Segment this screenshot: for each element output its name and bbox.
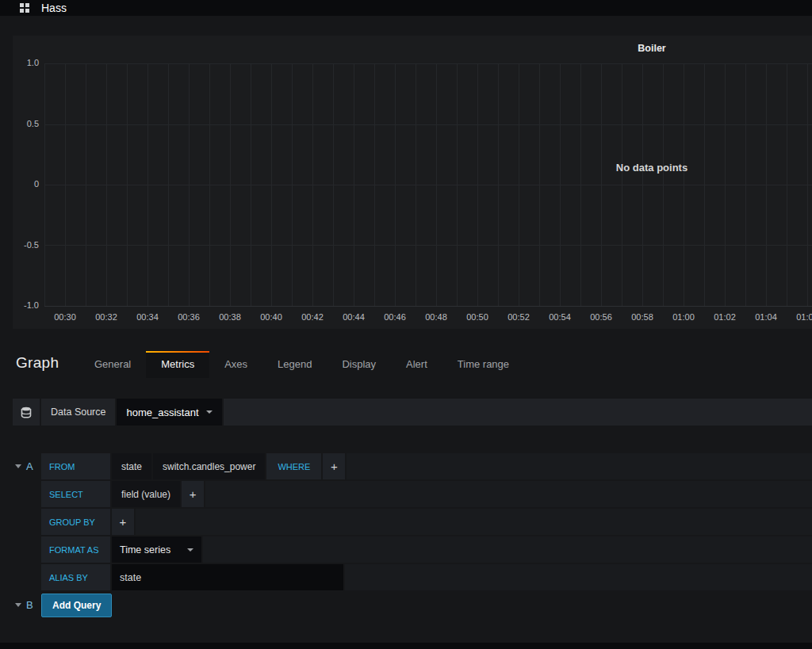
keyword-group-by: GROUP BY <box>41 509 110 535</box>
x-tick-label: 01:04 <box>749 312 783 322</box>
query-ref-column: B <box>13 599 41 611</box>
row-filler <box>347 453 812 479</box>
query-row: ALIAS BY <box>13 564 812 590</box>
query-editor: AFROMstateswitch.candles_powerWHERE+SELE… <box>13 453 812 620</box>
keyword-select: SELECT <box>41 481 110 507</box>
collapse-caret-icon[interactable] <box>15 464 21 468</box>
chevron-down-icon <box>206 410 213 414</box>
y-tick-label: -0.5 <box>13 240 39 250</box>
no-data-label: No data points <box>616 162 688 174</box>
add-part-button[interactable]: + <box>182 481 204 507</box>
keyword-alias-by: ALIAS BY <box>41 564 110 590</box>
time-series-select[interactable]: Time series <box>112 536 201 563</box>
x-tick-label: 00:46 <box>377 312 412 322</box>
query-ref-column: A <box>13 453 41 479</box>
x-tick-label: 00:30 <box>48 312 82 322</box>
x-tick-label: 00:56 <box>584 312 619 322</box>
tab-time-range[interactable]: Time range <box>442 351 524 378</box>
editor-header: Graph GeneralMetricsAxesLegendDisplayAle… <box>0 351 812 378</box>
row-filler <box>205 481 812 507</box>
y-tick-label: 0.5 <box>13 119 39 128</box>
graph-panel: Boiler No data points 1.00.50-0.5-1.000:… <box>13 36 812 329</box>
query-ref-column <box>13 564 41 590</box>
row-filler <box>203 536 812 563</box>
y-tick-label: -1.0 <box>13 300 39 310</box>
query-part-field-value[interactable]: field (value) <box>112 481 180 507</box>
x-tick-label: 01:00 <box>666 312 701 322</box>
tab-axes[interactable]: Axes <box>209 351 262 378</box>
row-filler <box>136 509 812 535</box>
x-tick-label: 00:48 <box>419 312 454 322</box>
query-ref-column <box>13 536 41 563</box>
datasource-value: home_assistant <box>126 407 198 418</box>
datasource-label: Data Source <box>41 399 115 426</box>
x-tick-label: 00:42 <box>295 312 330 322</box>
datasource-row: Data Source home_assistant <box>13 399 812 426</box>
select-value: Time series <box>120 544 170 555</box>
row-filler <box>345 564 812 590</box>
chevron-down-icon <box>187 548 193 552</box>
tab-general[interactable]: General <box>79 351 146 378</box>
query-row: GROUP BY+ <box>13 509 812 535</box>
top-navbar: Hass <box>0 0 812 16</box>
apps-grid-icon[interactable] <box>20 3 29 13</box>
query-ref-column <box>13 509 41 535</box>
editor-tabs: GeneralMetricsAxesLegendDisplayAlertTime… <box>79 351 524 378</box>
x-tick-label: 01:06 <box>790 312 812 322</box>
add-query-button[interactable]: Add Query <box>41 594 112 617</box>
x-tick-label: 00:40 <box>254 312 289 322</box>
x-tick-label: 00:58 <box>625 312 660 322</box>
keyword-where: WHERE <box>266 453 321 479</box>
tab-alert[interactable]: Alert <box>391 351 442 378</box>
tab-metrics[interactable]: Metrics <box>146 351 209 378</box>
bottom-divider <box>0 643 812 649</box>
x-tick-label: 00:54 <box>542 312 577 322</box>
plot-area <box>44 63 812 307</box>
query-row: BAdd Query <box>13 592 812 618</box>
panel-title[interactable]: Boiler <box>13 43 812 54</box>
query-ref-letter: A <box>26 460 33 472</box>
database-icon <box>21 407 32 418</box>
query-row: SELECTfield (value)+ <box>13 481 812 507</box>
query-ref-column <box>13 481 41 507</box>
query-ref-letter: B <box>26 599 33 611</box>
row-filler <box>224 399 812 426</box>
x-tick-label: 00:38 <box>213 312 247 322</box>
x-tick-label: 00:34 <box>130 312 165 322</box>
x-tick-label: 00:50 <box>460 312 495 322</box>
panel-type-title: Graph <box>16 354 59 372</box>
y-tick-label: 0 <box>13 179 39 189</box>
datasource-icon-cell <box>13 399 40 426</box>
alias-by-input[interactable] <box>112 564 343 590</box>
panel-editor: Graph GeneralMetricsAxesLegendDisplayAle… <box>0 351 812 649</box>
query-part-switch-candles-power[interactable]: switch.candles_power <box>153 453 265 479</box>
keyword-from: FROM <box>41 453 110 479</box>
add-part-button[interactable]: + <box>112 509 134 535</box>
tab-display[interactable]: Display <box>327 351 391 378</box>
x-tick-label: 00:32 <box>89 312 124 322</box>
add-part-button[interactable]: + <box>323 453 345 479</box>
tab-legend[interactable]: Legend <box>262 351 327 378</box>
datasource-select[interactable]: home_assistant <box>117 399 221 426</box>
x-tick-label: 00:52 <box>501 312 536 322</box>
query-part-state[interactable]: state <box>112 453 151 479</box>
dashboard-title[interactable]: Hass <box>41 2 67 14</box>
query-row: AFROMstateswitch.candles_powerWHERE+ <box>13 453 812 479</box>
collapse-caret-icon[interactable] <box>15 603 21 607</box>
query-row: FORMAT ASTime series <box>13 536 812 563</box>
x-tick-label: 00:44 <box>336 312 371 322</box>
x-tick-label: 00:36 <box>171 312 206 322</box>
y-tick-label: 1.0 <box>13 58 39 67</box>
x-tick-label: 01:02 <box>707 312 742 322</box>
keyword-format-as: FORMAT AS <box>41 536 110 563</box>
